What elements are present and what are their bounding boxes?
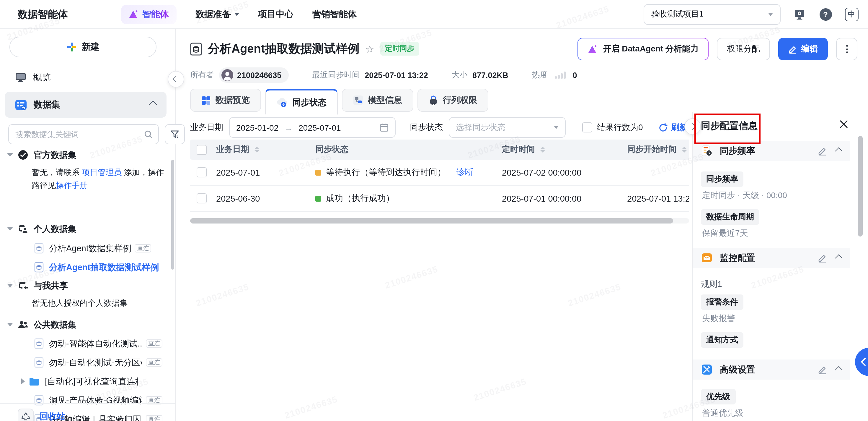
- chevron-right-icon: [689, 123, 696, 130]
- dataset-db-icon: [190, 42, 202, 55]
- row-checkbox[interactable]: [196, 193, 206, 203]
- date-range-picker[interactable]: 2025-01-02 → 2025-07-01: [229, 117, 396, 138]
- cell-timer: 2025-07-02 00:00:00: [502, 168, 581, 177]
- nav-item-agent[interactable]: 智能体: [121, 4, 177, 24]
- sync-status-select[interactable]: 选择同步状态: [449, 117, 566, 138]
- page-scrollbar[interactable]: [858, 136, 863, 236]
- sidebar: 新建 概览 数据集: [0, 28, 176, 421]
- new-button[interactable]: 新建: [9, 37, 156, 57]
- sidebar-collapse-button[interactable]: [168, 71, 184, 87]
- sort-icon[interactable]: [682, 147, 687, 152]
- tree-item-dataset[interactable]: 勿动-自动化测试-无分区v3 直连: [0, 354, 175, 371]
- help-icon[interactable]: ?: [818, 7, 833, 21]
- nav-item-project-center[interactable]: 项目中心: [258, 8, 293, 20]
- filter-button[interactable]: [165, 124, 185, 144]
- nav-item-marketing-agent[interactable]: 营销智能体: [312, 8, 356, 20]
- caret-expanded-icon[interactable]: [7, 323, 13, 327]
- select-all-checkbox[interactable]: [196, 145, 206, 155]
- refresh-button[interactable]: 刷新: [658, 122, 688, 133]
- tab-data-preview[interactable]: 数据预览: [190, 89, 261, 112]
- close-icon[interactable]: [839, 119, 848, 129]
- project-admin-link[interactable]: 项目管理员: [82, 168, 122, 177]
- caret-expanded-icon[interactable]: [7, 153, 13, 157]
- tree-item-dataset[interactable]: 洞见-产品体验-G视频编辑... 直连: [0, 392, 175, 409]
- sort-icon[interactable]: [254, 147, 259, 152]
- sync-status-label: 同步状态: [410, 122, 443, 133]
- edit-button[interactable]: 编辑: [778, 38, 828, 60]
- diagnose-link[interactable]: 诊断: [457, 167, 473, 178]
- edit-pencil-icon[interactable]: [818, 146, 827, 155]
- calendar-icon: [380, 123, 389, 132]
- caret-expanded-icon[interactable]: [7, 284, 13, 287]
- tree-group-official[interactable]: 官方数据集: [0, 147, 175, 163]
- tab-sync-status[interactable]: 同步状态: [265, 89, 338, 115]
- official-empty-note: 暂无，请联系 项目管理员 添加，操作路径见操作手册: [32, 166, 166, 192]
- sidebar-item-overview[interactable]: 概览: [0, 66, 175, 89]
- zero-rows-label: 结果行数为0: [597, 122, 643, 133]
- search-box[interactable]: [8, 124, 159, 144]
- table-horizontal-scrollbar[interactable]: [190, 218, 689, 224]
- table-row[interactable]: 2025-06-30 成功（执行成功） 2025-07-01 00:00:00 …: [190, 186, 689, 212]
- more-button[interactable]: [836, 38, 857, 60]
- sidebar-item-dataset[interactable]: 数据集: [5, 92, 166, 118]
- sidebar-item-trash[interactable]: 回收站: [18, 409, 65, 421]
- range-arrow: →: [284, 123, 292, 132]
- col-header[interactable]: 同步开始时间: [627, 144, 677, 155]
- language-zh-icon[interactable]: 中: [844, 7, 859, 21]
- tab-label: 行列权限: [443, 94, 477, 106]
- tree-group-personal[interactable]: 个人数据集: [0, 221, 175, 237]
- tree-group-shared[interactable]: 与我共享: [0, 277, 175, 294]
- panel-title: 同步配置信息: [701, 120, 757, 133]
- section-advanced-settings: 高级设置: [693, 360, 850, 380]
- nav-item-label: 数据准备: [195, 8, 231, 20]
- dataset-meta: 所有者 2100246635 最近同步时间 2025-07-01 13:22 大…: [190, 67, 577, 83]
- tab-label: 模型信息: [368, 94, 402, 106]
- caret-collapsed-icon[interactable]: [21, 378, 25, 384]
- sort-icon[interactable]: [540, 147, 545, 152]
- direct-connect-badge: 直连: [146, 358, 162, 367]
- new-button-label: 新建: [82, 41, 99, 53]
- tree-group-public[interactable]: 公共数据集: [0, 316, 175, 333]
- tree-item-dataset-selected[interactable]: 分析Agent抽取数据测试样例: [0, 259, 175, 276]
- tree-item-dataset[interactable]: 勿动-智能体自动化测试... 直连: [0, 335, 175, 352]
- collapse-section-icon[interactable]: [835, 147, 842, 154]
- edit-label: 编辑: [801, 44, 818, 54]
- detail-tabs: 数据预览 同步状态 模型信息 行列权限: [190, 89, 488, 115]
- chevron-up-icon[interactable]: [149, 101, 157, 109]
- pencil-icon: [788, 45, 797, 54]
- collapse-section-icon[interactable]: [835, 366, 842, 373]
- date-end-value: 2025-07-01: [299, 123, 341, 132]
- enable-dataagent-button[interactable]: 开启 DataAgent 分析能力: [578, 38, 709, 60]
- tree-item-folder[interactable]: [自动化]可视化查询直连标准...: [0, 373, 175, 390]
- tab-model-info[interactable]: 模型信息: [342, 89, 413, 112]
- project-select[interactable]: 验收测试项目1: [644, 4, 781, 25]
- tab-row-col-permission[interactable]: 行列权限: [417, 89, 488, 112]
- nav-item-data-prep[interactable]: 数据准备: [195, 8, 239, 20]
- note-text: 暂无，请联系: [32, 168, 82, 177]
- section-sync-frequency: 同步频率: [693, 141, 850, 161]
- sidebar-divider: [0, 403, 175, 404]
- star-icon[interactable]: ☆: [365, 43, 374, 55]
- panel-expand-button[interactable]: [684, 118, 701, 135]
- collapse-section-icon[interactable]: [835, 254, 842, 261]
- row-checkbox[interactable]: [196, 167, 206, 177]
- manual-link[interactable]: 操作手册: [56, 181, 88, 190]
- edit-pencil-icon[interactable]: [818, 365, 827, 374]
- caret-expanded-icon[interactable]: [7, 227, 13, 231]
- client-monitor-icon[interactable]: [793, 7, 807, 21]
- chevron-left-icon: [173, 76, 180, 83]
- lock-icon: [429, 95, 438, 105]
- size-value: 877.02KB: [472, 71, 508, 80]
- col-header[interactable]: 业务日期: [216, 144, 249, 155]
- search-icon: [144, 130, 153, 139]
- zero-rows-checkbox[interactable]: [582, 122, 592, 133]
- tree-item-dataset[interactable]: 分析Agent数据集样例 直连: [0, 240, 175, 257]
- field-key: 优先级: [701, 389, 736, 404]
- table-row[interactable]: 2025-07-01 等待执行（等待到达执行时间）诊断 2025-07-02 0…: [190, 160, 689, 186]
- permission-button[interactable]: 权限分配: [717, 38, 770, 60]
- sidebar-scrollbar[interactable]: [171, 160, 174, 270]
- search-input[interactable]: [14, 129, 144, 139]
- col-header[interactable]: 定时时间: [502, 144, 535, 155]
- recycle-icon: [18, 409, 34, 421]
- edit-pencil-icon[interactable]: [818, 253, 827, 262]
